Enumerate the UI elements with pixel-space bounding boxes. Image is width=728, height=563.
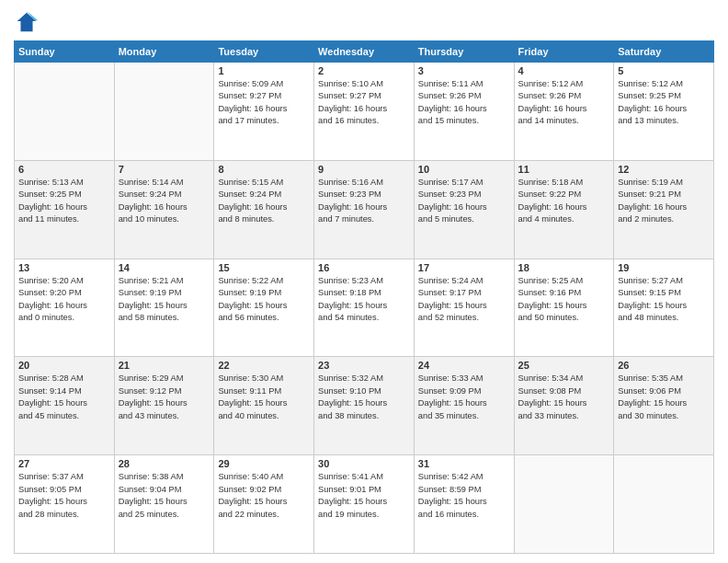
day-info: Sunrise: 5:20 AMSunset: 9:20 PMDaylight:… [18, 275, 110, 325]
calendar-cell: 1Sunrise: 5:09 AMSunset: 9:27 PMDaylight… [214, 63, 314, 161]
calendar-week-row: 1Sunrise: 5:09 AMSunset: 9:27 PMDaylight… [15, 63, 714, 161]
day-number: 26 [618, 360, 710, 371]
day-info: Sunrise: 5:17 AMSunset: 9:23 PMDaylight:… [418, 177, 510, 226]
calendar-header-monday: Monday [114, 41, 214, 63]
calendar-cell: 9Sunrise: 5:16 AMSunset: 9:23 PMDaylight… [314, 160, 415, 259]
calendar-header-wednesday: Wednesday [314, 41, 415, 63]
calendar-week-row: 27Sunrise: 5:37 AMSunset: 9:05 PMDayligh… [15, 455, 714, 554]
day-number: 18 [518, 262, 610, 273]
day-number: 6 [18, 164, 110, 175]
day-info: Sunrise: 5:12 AMSunset: 9:26 PMDaylight:… [518, 78, 610, 128]
calendar-cell: 24Sunrise: 5:33 AMSunset: 9:09 PMDayligh… [414, 357, 514, 455]
logo [14, 9, 43, 35]
calendar-cell: 3Sunrise: 5:11 AMSunset: 9:26 PMDaylight… [414, 63, 514, 161]
day-number: 15 [218, 262, 310, 273]
calendar-header-sunday: Sunday [15, 41, 115, 63]
day-info: Sunrise: 5:14 AMSunset: 9:24 PMDaylight:… [119, 177, 210, 226]
header [14, 9, 714, 35]
calendar-header-thursday: Thursday [414, 41, 514, 63]
day-info: Sunrise: 5:30 AMSunset: 9:11 PMDaylight:… [218, 373, 310, 422]
day-number: 10 [418, 164, 510, 175]
calendar-cell: 8Sunrise: 5:15 AMSunset: 9:24 PMDaylight… [214, 160, 314, 259]
day-info: Sunrise: 5:12 AMSunset: 9:25 PMDaylight:… [618, 78, 710, 128]
day-number: 27 [18, 458, 110, 469]
calendar-cell: 16Sunrise: 5:23 AMSunset: 9:18 PMDayligh… [314, 259, 415, 357]
day-info: Sunrise: 5:23 AMSunset: 9:18 PMDaylight:… [318, 275, 410, 325]
day-info: Sunrise: 5:10 AMSunset: 9:27 PMDaylight:… [318, 78, 410, 128]
calendar-cell: 14Sunrise: 5:21 AMSunset: 9:19 PMDayligh… [114, 259, 214, 357]
day-number: 3 [418, 65, 510, 76]
calendar-cell: 30Sunrise: 5:41 AMSunset: 9:01 PMDayligh… [314, 455, 415, 554]
page: SundayMondayTuesdayWednesdayThursdayFrid… [0, 0, 728, 563]
calendar-cell: 2Sunrise: 5:10 AMSunset: 9:27 PMDaylight… [314, 63, 415, 161]
day-info: Sunrise: 5:29 AMSunset: 9:12 PMDaylight:… [119, 373, 210, 422]
day-number: 28 [119, 458, 210, 469]
day-info: Sunrise: 5:11 AMSunset: 9:26 PMDaylight:… [418, 78, 510, 128]
logo-icon [14, 9, 40, 35]
calendar-cell: 22Sunrise: 5:30 AMSunset: 9:11 PMDayligh… [214, 357, 314, 455]
calendar-header-saturday: Saturday [614, 41, 714, 63]
calendar-cell [15, 63, 115, 161]
calendar-cell: 27Sunrise: 5:37 AMSunset: 9:05 PMDayligh… [15, 455, 115, 554]
calendar-cell: 21Sunrise: 5:29 AMSunset: 9:12 PMDayligh… [114, 357, 214, 455]
day-number: 30 [318, 458, 410, 469]
calendar-table: SundayMondayTuesdayWednesdayThursdayFrid… [14, 40, 714, 554]
day-number: 13 [18, 262, 110, 273]
day-info: Sunrise: 5:38 AMSunset: 9:04 PMDaylight:… [119, 471, 210, 521]
calendar-cell: 10Sunrise: 5:17 AMSunset: 9:23 PMDayligh… [414, 160, 514, 259]
calendar-cell [514, 455, 614, 554]
day-info: Sunrise: 5:32 AMSunset: 9:10 PMDaylight:… [318, 373, 410, 422]
day-info: Sunrise: 5:24 AMSunset: 9:17 PMDaylight:… [418, 275, 510, 325]
day-number: 20 [18, 360, 110, 371]
day-info: Sunrise: 5:13 AMSunset: 9:25 PMDaylight:… [18, 177, 110, 226]
day-info: Sunrise: 5:33 AMSunset: 9:09 PMDaylight:… [418, 373, 510, 422]
day-number: 31 [418, 458, 510, 469]
calendar-cell [614, 455, 714, 554]
day-number: 22 [218, 360, 310, 371]
calendar-week-row: 13Sunrise: 5:20 AMSunset: 9:20 PMDayligh… [15, 259, 714, 357]
day-number: 16 [318, 262, 410, 273]
day-number: 9 [318, 164, 410, 175]
day-number: 24 [418, 360, 510, 371]
calendar-cell: 17Sunrise: 5:24 AMSunset: 9:17 PMDayligh… [414, 259, 514, 357]
day-number: 12 [618, 164, 710, 175]
day-info: Sunrise: 5:16 AMSunset: 9:23 PMDaylight:… [318, 177, 410, 226]
day-number: 8 [218, 164, 310, 175]
day-info: Sunrise: 5:21 AMSunset: 9:19 PMDaylight:… [119, 275, 210, 325]
calendar-cell: 13Sunrise: 5:20 AMSunset: 9:20 PMDayligh… [15, 259, 115, 357]
day-info: Sunrise: 5:09 AMSunset: 9:27 PMDaylight:… [218, 78, 310, 128]
calendar-week-row: 6Sunrise: 5:13 AMSunset: 9:25 PMDaylight… [15, 160, 714, 259]
day-number: 7 [119, 164, 210, 175]
day-info: Sunrise: 5:27 AMSunset: 9:15 PMDaylight:… [618, 275, 710, 325]
day-number: 29 [218, 458, 310, 469]
day-number: 21 [119, 360, 210, 371]
day-info: Sunrise: 5:25 AMSunset: 9:16 PMDaylight:… [518, 275, 610, 325]
day-info: Sunrise: 5:19 AMSunset: 9:21 PMDaylight:… [618, 177, 710, 226]
day-number: 25 [518, 360, 610, 371]
day-number: 5 [618, 65, 710, 76]
day-number: 14 [119, 262, 210, 273]
day-info: Sunrise: 5:15 AMSunset: 9:24 PMDaylight:… [218, 177, 310, 226]
day-number: 17 [418, 262, 510, 273]
calendar-cell: 12Sunrise: 5:19 AMSunset: 9:21 PMDayligh… [614, 160, 714, 259]
calendar-cell: 5Sunrise: 5:12 AMSunset: 9:25 PMDaylight… [614, 63, 714, 161]
calendar-cell: 15Sunrise: 5:22 AMSunset: 9:19 PMDayligh… [214, 259, 314, 357]
calendar-cell: 26Sunrise: 5:35 AMSunset: 9:06 PMDayligh… [614, 357, 714, 455]
day-info: Sunrise: 5:35 AMSunset: 9:06 PMDaylight:… [618, 373, 710, 422]
svg-marker-0 [17, 13, 37, 32]
calendar-cell: 28Sunrise: 5:38 AMSunset: 9:04 PMDayligh… [114, 455, 214, 554]
day-info: Sunrise: 5:37 AMSunset: 9:05 PMDaylight:… [18, 471, 110, 521]
day-info: Sunrise: 5:41 AMSunset: 9:01 PMDaylight:… [318, 471, 410, 521]
day-info: Sunrise: 5:28 AMSunset: 9:14 PMDaylight:… [18, 373, 110, 422]
calendar-header-friday: Friday [514, 41, 614, 63]
calendar-cell: 4Sunrise: 5:12 AMSunset: 9:26 PMDaylight… [514, 63, 614, 161]
day-number: 19 [618, 262, 710, 273]
day-number: 2 [318, 65, 410, 76]
calendar-cell: 7Sunrise: 5:14 AMSunset: 9:24 PMDaylight… [114, 160, 214, 259]
day-number: 11 [518, 164, 610, 175]
calendar-cell: 19Sunrise: 5:27 AMSunset: 9:15 PMDayligh… [614, 259, 714, 357]
day-info: Sunrise: 5:18 AMSunset: 9:22 PMDaylight:… [518, 177, 610, 226]
calendar-cell: 18Sunrise: 5:25 AMSunset: 9:16 PMDayligh… [514, 259, 614, 357]
day-info: Sunrise: 5:40 AMSunset: 9:02 PMDaylight:… [218, 471, 310, 521]
day-number: 1 [218, 65, 310, 76]
